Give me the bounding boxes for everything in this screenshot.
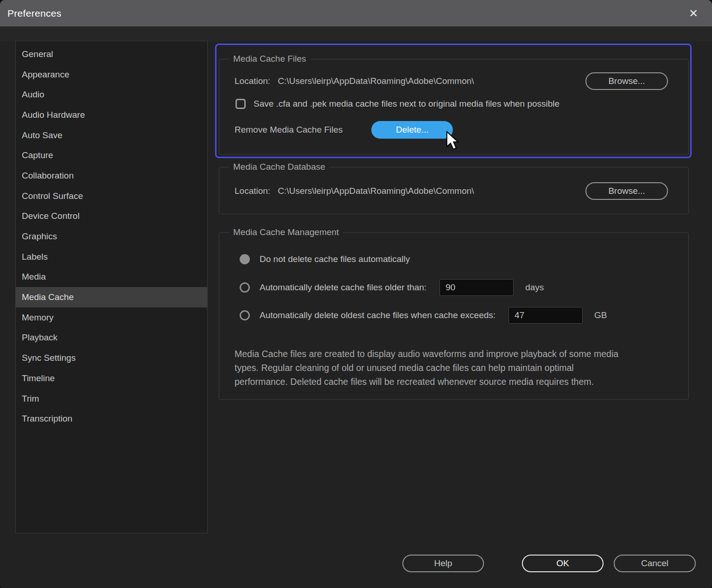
radio-delete-when-exceeds[interactable] — [240, 310, 250, 320]
preferences-dialog: Preferences ✕ General Appearance Audio A… — [0, 0, 712, 588]
media-cache-files-legend: Media Cache Files — [229, 54, 310, 64]
close-icon[interactable]: ✕ — [685, 6, 702, 21]
sidebar-item-audio[interactable]: Audio — [16, 84, 207, 105]
sidebar-item-media-cache[interactable]: Media Cache — [16, 287, 207, 307]
media-cache-management-group: Media Cache Management Do not delete cac… — [219, 227, 689, 400]
cancel-button[interactable]: Cancel — [614, 555, 696, 572]
db-location-value: C:\Users\leirp\AppData\Roaming\Adobe\Com… — [278, 186, 474, 196]
radio-delete-when-exceeds-label: Automatically delete oldest cache files … — [260, 310, 496, 320]
media-cache-files-group: Media Cache Files Location: C:\Users\lei… — [219, 54, 689, 155]
files-location-label: Location: — [235, 76, 270, 86]
media-cache-database-group: Media Cache Database Location: C:\Users\… — [219, 162, 689, 214]
title-bar: Preferences ✕ — [0, 0, 712, 26]
files-location-value: C:\Users\leirp\AppData\Roaming\Adobe\Com… — [278, 76, 474, 86]
media-cache-database-legend: Media Cache Database — [229, 162, 330, 172]
sidebar-item-transcription[interactable]: Transcription — [16, 409, 207, 429]
sidebar-item-trim[interactable]: Trim — [16, 389, 207, 409]
sidebar-item-labels[interactable]: Labels — [16, 247, 207, 267]
db-browse-button[interactable]: Browse... — [585, 182, 668, 200]
days-input[interactable] — [439, 279, 514, 296]
sidebar-item-memory[interactable]: Memory — [16, 307, 207, 328]
preferences-category-list: General Appearance Audio Audio Hardware … — [15, 41, 208, 533]
db-location-label: Location: — [235, 186, 270, 196]
ok-button[interactable]: OK — [522, 555, 604, 572]
radio-delete-older-than-label: Automatically delete cache files older t… — [260, 282, 426, 293]
save-cfa-pek-label: Save .cfa and .pek media cache files nex… — [254, 99, 559, 109]
files-browse-button[interactable]: Browse... — [585, 72, 668, 90]
titlebar-divider — [0, 26, 712, 41]
sidebar-item-control-surface[interactable]: Control Surface — [16, 186, 207, 206]
radio-no-auto-delete-label: Do not delete cache files automatically — [260, 254, 410, 264]
delete-media-cache-button[interactable]: Delete... — [371, 121, 453, 139]
remove-media-cache-label: Remove Media Cache Files — [235, 125, 343, 135]
days-unit-label: days — [525, 282, 544, 293]
save-cfa-pek-checkbox[interactable] — [235, 99, 246, 109]
sidebar-item-capture[interactable]: Capture — [16, 145, 207, 166]
gb-input[interactable] — [509, 307, 583, 324]
sidebar-item-sync-settings[interactable]: Sync Settings — [16, 348, 207, 368]
sidebar-item-media[interactable]: Media — [16, 267, 207, 288]
media-cache-management-legend: Media Cache Management — [229, 227, 343, 237]
sidebar-item-auto-save[interactable]: Auto Save — [16, 125, 207, 146]
sidebar-item-audio-hardware[interactable]: Audio Hardware — [16, 105, 207, 125]
help-button[interactable]: Help — [402, 555, 484, 572]
sidebar-item-graphics[interactable]: Graphics — [16, 226, 207, 247]
dialog-title: Preferences — [7, 8, 62, 19]
sidebar-item-playback[interactable]: Playback — [16, 328, 207, 348]
sidebar-item-timeline[interactable]: Timeline — [16, 368, 207, 389]
media-cache-description: Media Cache files are created to display… — [235, 347, 620, 389]
radio-no-auto-delete[interactable] — [240, 254, 250, 264]
radio-delete-older-than[interactable] — [240, 282, 250, 293]
sidebar-item-general[interactable]: General — [16, 44, 207, 64]
sidebar-item-device-control[interactable]: Device Control — [16, 206, 207, 227]
sidebar-item-appearance[interactable]: Appearance — [16, 64, 207, 85]
sidebar-item-collaboration[interactable]: Collaboration — [16, 166, 207, 186]
gb-unit-label: GB — [594, 310, 607, 320]
